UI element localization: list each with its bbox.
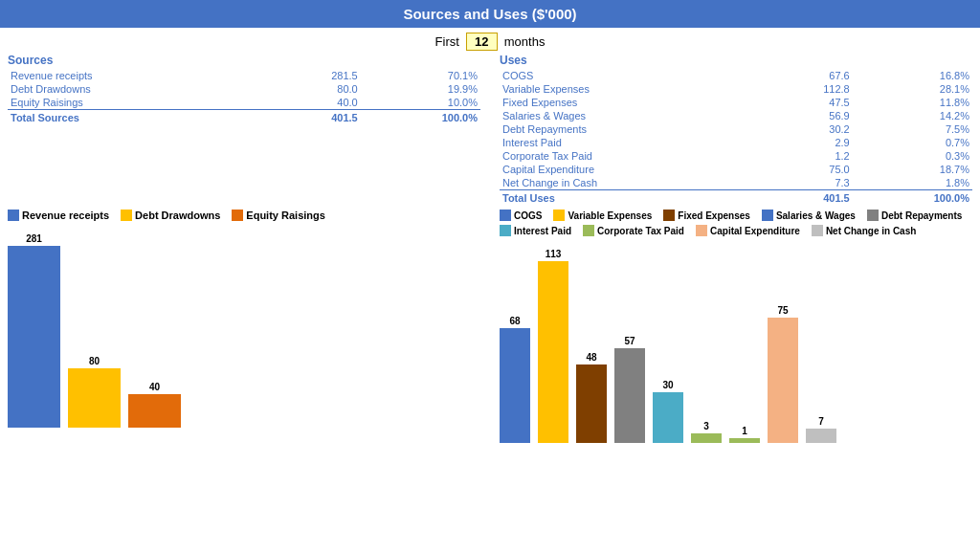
uses-row-pct: 14.2% [853, 109, 972, 122]
uses-bar [538, 261, 568, 443]
uses-bar-value-label: 75 [777, 305, 788, 316]
uses-bar-value-label: 1 [742, 426, 747, 436]
uses-row-label: Capital Expenditure [500, 163, 760, 176]
sources-row: Revenue receipts 281.5 70.1% [8, 69, 480, 82]
uses-row-value: 30.2 [760, 122, 853, 136]
uses-row: Interest Paid 2.9 0.7% [500, 136, 972, 149]
sources-chart: Revenue receipts Debt Drawdowns Equity R… [8, 210, 490, 482]
uses-bar [500, 328, 530, 443]
uses-total-value: 401.5 [760, 190, 853, 206]
uses-row-value: 2.9 [760, 136, 853, 149]
uses-legend-swatch [500, 225, 511, 236]
bar-value-label: 80 [89, 356, 100, 366]
sources-total-label: Total Sources [8, 110, 268, 125]
charts-section: Revenue receipts Debt Drawdowns Equity R… [0, 205, 980, 482]
uses-row-label: Corporate Tax Paid [500, 149, 760, 163]
uses-row: Corporate Tax Paid 1.2 0.3% [500, 149, 972, 163]
legend-item: Revenue receipts [8, 210, 109, 221]
uses-legend-swatch [867, 210, 879, 221]
uses-row-label: Fixed Expenses [500, 96, 760, 109]
uses-bar-group: 1 [729, 426, 760, 443]
uses-legend-swatch [663, 210, 675, 221]
bar-value-label: 40 [149, 382, 160, 392]
uses-bar-value-label: 3 [703, 421, 709, 431]
uses-legend-swatch [696, 225, 707, 236]
legend-swatch [232, 210, 243, 221]
months-input[interactable]: 12 [466, 33, 497, 51]
uses-row-pct: 18.7% [853, 163, 972, 176]
sources-row-value: 40.0 [268, 96, 361, 110]
uses-row-value: 56.9 [760, 109, 853, 122]
uses-row: COGS 67.6 16.8% [500, 69, 972, 82]
uses-row-value: 67.6 [760, 69, 853, 82]
sources-section: Sources Revenue receipts 281.5 70.1%Debt… [8, 54, 490, 205]
bar-value-label: 281 [26, 233, 42, 244]
uses-legend-item: Capital Expenditure [696, 225, 800, 236]
uses-bar-group: 113 [538, 249, 568, 443]
uses-bar-group: 68 [500, 316, 530, 443]
uses-bar [768, 318, 798, 443]
uses-legend-item: Debt Repayments [867, 210, 962, 221]
sources-row-pct: 70.1% [361, 69, 480, 82]
uses-bar [576, 364, 607, 443]
uses-legend-label: Capital Expenditure [710, 226, 800, 236]
bar [8, 246, 60, 428]
uses-bar-group: 7 [806, 416, 836, 443]
uses-bar [691, 433, 722, 443]
sources-row-label: Debt Drawdowns [8, 82, 268, 96]
uses-bar-group: 3 [691, 421, 722, 443]
uses-legend-label: Fixed Expenses [678, 210, 750, 221]
uses-row: Debt Repayments 30.2 7.5% [500, 122, 972, 136]
months-row: First 12 months [0, 28, 980, 54]
uses-row-pct: 11.8% [853, 96, 972, 109]
uses-row-label: Variable Expenses [500, 82, 760, 96]
uses-row-pct: 0.7% [853, 136, 972, 149]
legend-label: Debt Drawdowns [135, 210, 220, 221]
sources-row-label: Equity Raisings [8, 96, 268, 110]
sources-table: Revenue receipts 281.5 70.1%Debt Drawdow… [8, 69, 480, 124]
uses-bar-group: 75 [768, 305, 798, 443]
uses-bar-value-label: 57 [624, 336, 635, 346]
uses-legend-label: Variable Expenses [568, 210, 652, 221]
uses-row: Capital Expenditure 75.0 18.7% [500, 163, 972, 176]
uses-legend-swatch [583, 225, 594, 236]
uses-section: Uses COGS 67.6 16.8%Variable Expenses 11… [490, 54, 972, 205]
legend-item: Equity Raisings [232, 210, 325, 221]
uses-legend-label: Interest Paid [514, 226, 571, 236]
sources-bar-chart: 2818040 [8, 227, 480, 428]
uses-bar-group: 30 [653, 380, 683, 443]
uses-row: Variable Expenses 112.8 28.1% [500, 82, 972, 96]
uses-legend-label: Corporate Tax Paid [597, 226, 684, 236]
sources-legend: Revenue receipts Debt Drawdowns Equity R… [8, 210, 480, 221]
uses-chart: COGS Variable Expenses Fixed Expenses Sa… [490, 210, 972, 482]
uses-row-pct: 16.8% [853, 69, 972, 82]
sources-row: Equity Raisings 40.0 10.0% [8, 96, 480, 110]
uses-legend-item: COGS [500, 210, 542, 221]
uses-legend-item: Net Change in Cash [812, 225, 916, 236]
uses-legend-item: Salaries & Wages [762, 210, 856, 221]
uses-bar [614, 348, 645, 443]
uses-bar-value-label: 30 [662, 380, 673, 390]
uses-row-value: 47.5 [760, 96, 853, 109]
sources-total-value: 401.5 [268, 110, 361, 125]
uses-legend: COGS Variable Expenses Fixed Expenses Sa… [500, 210, 972, 236]
page-title: Sources and Uses ($'000) [0, 0, 980, 28]
uses-legend-item: Variable Expenses [553, 210, 652, 221]
uses-title: Uses [500, 54, 972, 67]
sources-row-value: 80.0 [268, 82, 361, 96]
legend-label: Equity Raisings [246, 210, 325, 221]
uses-legend-swatch [762, 210, 773, 221]
uses-legend-swatch [812, 225, 823, 236]
uses-total-label: Total Uses [500, 190, 760, 206]
uses-row-value: 7.3 [760, 176, 853, 190]
uses-row-label: Net Change in Cash [500, 176, 760, 190]
uses-legend-label: Debt Repayments [881, 210, 962, 221]
uses-legend-label: Salaries & Wages [776, 210, 856, 221]
sources-row-pct: 19.9% [361, 82, 480, 96]
uses-row-pct: 28.1% [853, 82, 972, 96]
uses-row-pct: 0.3% [853, 149, 972, 163]
uses-legend-swatch [500, 210, 511, 221]
uses-row-value: 75.0 [760, 163, 853, 176]
uses-legend-item: Interest Paid [500, 225, 571, 236]
bar [68, 368, 121, 428]
